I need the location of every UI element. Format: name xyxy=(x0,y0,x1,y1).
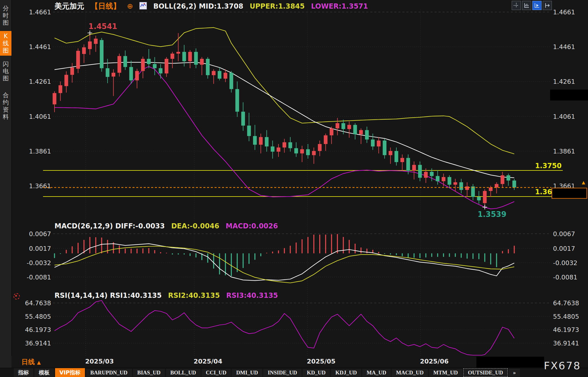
low-price-label: 1.3539 xyxy=(478,210,506,219)
macd-dea-value: DEA:-0.0046 xyxy=(171,222,219,230)
high-price-label: 1.4541 xyxy=(88,22,117,31)
svg-text:▲: ▲ xyxy=(582,180,585,185)
price-markers: 1.45411.3539 xyxy=(87,22,506,219)
x-axis-month-label: 2025/05 xyxy=(307,358,336,365)
axis-tick-label: 1.4261 xyxy=(29,78,51,85)
main-chart-header: 美元加元 【日线】 ⊕ BOLL(26,2) MID:1.3708 UPPER:… xyxy=(54,1,372,11)
axis-tick-label: 0.0067 xyxy=(29,230,51,238)
axis-tick-label: 55.4805 xyxy=(25,313,51,320)
boll-upper-value: UPPER:1.3845 xyxy=(250,2,305,10)
indicator-toolbar: 指标模板VIP指标BARUPDN_UDBIAS_UDBOLL_UDCCI_UDD… xyxy=(0,368,588,377)
axis-tick-label: 1.4461 xyxy=(29,43,51,50)
bollinger-bands xyxy=(54,28,514,209)
candlesticks xyxy=(53,33,516,207)
axis-tick-label: 0.0017 xyxy=(29,245,51,252)
rsi2-value: RSI2:40.3135 xyxy=(168,292,220,300)
rsi3-value: RSI3:40.3135 xyxy=(226,292,278,300)
gridlines xyxy=(53,10,551,356)
last-price-tag: 1.3652 xyxy=(555,189,582,198)
date-axis-row: 日线▲ 2025/06/17 星期二 2025/032025/042025/05… xyxy=(11,356,588,368)
axis-tick-label: 64.7638 xyxy=(553,300,579,307)
axis-tick-label: 1.4061 xyxy=(553,113,575,120)
reference-price-tag: 1.4182 xyxy=(554,91,582,100)
period-selector-label: 日线 xyxy=(22,358,35,366)
toolbar-item-BOLL_UD[interactable]: BOLL_UD xyxy=(166,369,200,377)
axis-tick-label: 36.9141 xyxy=(25,340,51,347)
toolbar-item-KD_UD[interactable]: KD_UD xyxy=(303,369,330,377)
axis-play-icon[interactable] xyxy=(532,1,542,10)
triangle-up-icon: ▲ xyxy=(37,359,41,365)
crosshair-move-icon[interactable] xyxy=(512,1,521,10)
x-axis-month-label: 2025/06 xyxy=(420,358,449,365)
axis-tick-label: 1.3861 xyxy=(553,148,575,155)
axis-tick-label: 64.7638 xyxy=(25,300,51,307)
boll-lower-value: LOWER:1.3571 xyxy=(311,2,368,10)
axis-tick-label: 55.4805 xyxy=(553,313,579,320)
period-selector[interactable]: 日线▲ xyxy=(22,357,41,366)
axis-tick-label: -0.0081 xyxy=(27,274,51,281)
symbol-name: 美元加元 xyxy=(54,2,84,10)
toolbar-item-BIAS_UD[interactable]: BIAS_UD xyxy=(133,369,165,377)
axis-tick-label: 46.1973 xyxy=(553,326,579,333)
toolbar-item-»[interactable]: » xyxy=(509,369,520,377)
toolbar-item-KDJ_UD[interactable]: KDJ_UD xyxy=(331,369,361,377)
add-indicator-icon[interactable]: ⊕ xyxy=(127,2,133,10)
price-chart-svg[interactable]: 1.46611.46611.44611.44611.42611.42611.40… xyxy=(0,0,588,356)
macd-panel xyxy=(54,234,514,283)
app-window: 分 时 图K 线 图闪 电 图合 约 资 料 1.46611.46611.446… xyxy=(0,0,588,377)
toolbar-item-OUTSIDE_UD[interactable]: OUTSIDE_UD xyxy=(463,368,507,377)
rsi1-value: RSI(14,14,14) RSI1:40.3135 xyxy=(54,292,162,300)
toolbar-item-MACD_UD[interactable]: MACD_UD xyxy=(392,369,428,377)
toolbar-item-BARUPDN_UD[interactable]: BARUPDN_UD xyxy=(86,369,132,377)
toolbar-item-MA_UD[interactable]: MA_UD xyxy=(362,369,391,377)
axis-pan-icon[interactable] xyxy=(543,1,552,10)
axis-tick-label: -0.0081 xyxy=(553,274,577,281)
axis-tick-label: 1.4461 xyxy=(553,43,575,50)
axis-tick-label: 36.9141 xyxy=(553,340,579,347)
axis-tick-label: 1.3661 xyxy=(29,182,51,190)
price-tags: 1.3652▲1.4182 xyxy=(43,90,588,198)
resistance-level-label: 1.3750 xyxy=(535,162,562,170)
macd-header: MACD(26,12,9) DIFF:-0.0033 DEA:-0.0046 M… xyxy=(54,222,282,230)
x-axis-month-label: 2025/04 xyxy=(194,358,222,365)
axis-tick-label: 0.0017 xyxy=(553,245,575,252)
macd-hist-value: MACD:0.0026 xyxy=(226,222,278,230)
axis-zoom-icon[interactable] xyxy=(522,1,531,10)
chart-style-icon[interactable] xyxy=(139,2,147,9)
current-date-label: 2025/06/17 星期二 xyxy=(476,357,544,368)
axis-tick-label: 1.4661 xyxy=(553,9,575,16)
axis-tick-label: 1.4661 xyxy=(29,9,51,16)
toolbar-item-模板[interactable]: 模板 xyxy=(34,368,54,377)
toolbar-item-INSIDE_UD[interactable]: INSIDE_UD xyxy=(263,369,301,377)
axis-tick-label: -0.0032 xyxy=(553,259,577,267)
boll-values: BOLL(26,2) MID:1.3708 xyxy=(153,2,243,10)
chart-tools-group xyxy=(512,1,552,10)
macd-diff-value: MACD(26,12,9) DIFF:-0.0033 xyxy=(54,222,165,230)
rsi-panel xyxy=(54,300,514,355)
axis-tick-label: 1.4261 xyxy=(553,78,575,85)
x-axis-month-label: 2025/03 xyxy=(85,358,114,365)
toolbar-item-DMI_UD[interactable]: DMI_UD xyxy=(232,369,262,377)
axis-tick-label: 1.4061 xyxy=(29,113,51,120)
rsi-header: RSI(14,14,14) RSI1:40.3135 RSI2:40.3135 … xyxy=(54,292,282,300)
toolbar-item-MTM_UD[interactable]: MTM_UD xyxy=(429,369,462,377)
indicator-settings-icon[interactable] xyxy=(13,293,20,300)
axis-tick-label: 1.3861 xyxy=(29,148,51,155)
toolbar-item-CCI_UD[interactable]: CCI_UD xyxy=(202,369,231,377)
brand-watermark: FX678 xyxy=(544,360,581,372)
axis-tick-label: 0.0067 xyxy=(553,230,575,238)
axis-tick-label: -0.0032 xyxy=(27,259,51,267)
toolbar-item-指标[interactable]: 指标 xyxy=(14,368,33,377)
axis-tick-label: 46.1973 xyxy=(25,326,51,333)
period-tag[interactable]: 【日线】 xyxy=(91,2,120,10)
toolbar-item-VIP指标[interactable]: VIP指标 xyxy=(55,368,85,377)
